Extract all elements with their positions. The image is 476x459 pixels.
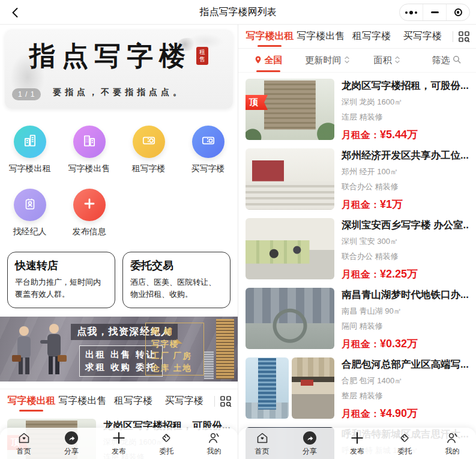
category-office-sale[interactable]: 写字楼出售 (59, 120, 119, 183)
listing-photo-building-entrance (292, 357, 335, 419)
tab-office-rent[interactable]: 写字楼出租 (6, 389, 57, 413)
agent-badge-icon (22, 196, 38, 214)
category-find-agent[interactable]: 找经纪人 (0, 183, 59, 246)
category-rent-office[interactable]: 租写字楼 (119, 120, 178, 183)
listing-title: 郑州经济开发区共享办工位... (342, 149, 469, 162)
user-icon (206, 431, 221, 445)
top-badge: 顶 (246, 95, 268, 110)
listing-card[interactable]: 南昌青山湖梦时代地铁口办... 南昌 青山湖 90㎡ 隔间 精装修 月租金：¥0… (246, 288, 469, 351)
sort-chevrons-icon (394, 55, 400, 66)
tab-office-sale[interactable]: 写字楼出售 (57, 389, 108, 413)
agent-ad-banner[interactable]: 点我，找资深经纪人 出租 出售 转让 求租 收购 委托 商 铺 写字楼 工厂 厂… (0, 317, 238, 381)
filter-sort-updated[interactable]: 更新时间 (298, 49, 357, 72)
promo-row: 快速转店 平台助力推广，短时间内覆盖有效人群。 委托交易 酒店、医美、医院转让、… (0, 247, 238, 311)
filter-area[interactable]: 面积 (357, 49, 417, 72)
nav-item-publish[interactable]: 发布 (95, 431, 142, 457)
grid-category-icon[interactable] (220, 395, 232, 407)
right-listing-list: 顶 龙岗区写字楼招租，可股份... 深圳 龙岗 1600㎡ 连层 精装修 月租金… (238, 73, 476, 459)
nav-item-share[interactable]: 分享 (286, 431, 333, 457)
listing-price: 月租金：¥1万 (342, 197, 469, 211)
listing-photo-city-towers (246, 288, 334, 349)
close-target-icon[interactable] (446, 4, 469, 20)
bottom-nav: 首页 分享 发布 委托 (0, 428, 238, 459)
listing-price: 月租金：¥4.90万 (342, 406, 469, 421)
listing-card[interactable]: 顶 龙岗区写字楼招租，可股份... 深圳 龙岗 1600㎡ 连层 精装修 月租金… (246, 79, 469, 142)
listing-photo-pair (246, 357, 334, 419)
plus-icon (82, 196, 97, 214)
listing-photo-glass-tower (246, 357, 289, 419)
grey-building-graphic (204, 351, 214, 379)
listing-location: 郑州 经开 100㎡ (342, 166, 469, 177)
rent-sale-seal: 租售 (196, 47, 208, 65)
listing-card[interactable]: 深圳宝安西乡写字楼 办公室... 深圳 宝安 300㎡ 联合办公 精装修 月租金… (246, 218, 469, 281)
nav-item-publish[interactable]: 发布 (333, 431, 381, 457)
promo-quick-transfer[interactable]: 快速转店 平台助力推广，短时间内覆盖有效人群。 (7, 252, 115, 308)
listing-title: 合肥包河总部产业区高端写... (342, 358, 469, 371)
ad-property-types-box: 商 铺 写字楼 工厂 厂房 仓库 土地 (145, 323, 204, 375)
listing-tabs: 写字楼出租 写字楼出售 租写字楼 买写字楼 (0, 389, 238, 413)
magnifier-icon (453, 55, 461, 65)
tab-office-sale[interactable]: 写字楼出售 (295, 25, 346, 48)
tab-buy-office[interactable]: 买写字楼 (397, 25, 448, 48)
listing-title: 龙岗区写字楼招租，可股份... (342, 79, 469, 93)
nav-item-home[interactable]: 首页 (238, 431, 286, 457)
tab-office-rent[interactable]: 写字楼出租 (244, 25, 295, 48)
more-dots-icon[interactable] (400, 4, 423, 20)
listing-tabs: 写字楼出租 写字楼出售 租写字楼 买写字楼 (238, 25, 476, 49)
listing-card[interactable]: 郑州经济开发区共享办工位... 郑州 经开 100㎡ 联合办公 精装修 月租金：… (246, 148, 469, 211)
businessmen-illustration (6, 320, 72, 380)
filter-advanced[interactable]: 筛选 (417, 49, 476, 72)
category-buy-office[interactable]: 买写字楼 (178, 120, 238, 183)
publish-plus-icon (111, 431, 127, 445)
nav-item-mine[interactable]: 我的 (429, 431, 476, 457)
nav-item-mine[interactable]: 我的 (190, 431, 238, 457)
listing-location: 南昌 青山湖 90㎡ (342, 306, 469, 317)
handshake-icon (397, 431, 412, 445)
nav-item-share[interactable]: 分享 (47, 431, 95, 457)
listing-photo-cubicle-office (246, 218, 334, 279)
listing-price: 月租金：¥2.25万 (342, 267, 469, 281)
tab-rent-office[interactable]: 租写字楼 (108, 389, 159, 413)
listing-features: 整层 精装修 (342, 391, 469, 401)
listing-features: 连层 精装修 (342, 112, 469, 123)
listing-price: 月租金：¥5.44万 (342, 127, 469, 142)
right-panel: 写字楼出租 写字楼出售 租写字楼 买写字楼 全国 更新时间 (238, 25, 476, 459)
nav-item-home[interactable]: 首页 (0, 431, 47, 457)
listing-card[interactable]: 合肥包河总部产业区高端写... 合肥 包河 1400㎡ 整层 精装修 月租金：¥… (246, 357, 469, 421)
grid-category-icon[interactable] (458, 31, 470, 43)
hero-banner[interactable]: 指点写字楼 租售 要指点，不要指指点点。 1 / 1 (5, 29, 233, 109)
share-icon (303, 431, 317, 445)
tab-buy-office[interactable]: 买写字楼 (158, 389, 209, 413)
category-office-rent[interactable]: 写字楼出租 (0, 120, 59, 183)
left-panel: 指点写字楼 租售 要指点，不要指指点点。 1 / 1 写字楼出租 写字楼出售 (0, 25, 238, 459)
sort-chevrons-icon (344, 55, 350, 66)
window-titlebar: 指点写字楼网列表 (0, 0, 476, 25)
listing-features: 联合办公 精装修 (342, 181, 469, 192)
building-rent-icon (22, 133, 38, 151)
listing-features: 隔间 精装修 (342, 321, 469, 332)
location-pin-icon (254, 55, 262, 66)
minimize-icon[interactable] (423, 4, 446, 20)
listing-features: 联合办公 精装修 (342, 251, 469, 262)
promo-entrust-trade[interactable]: 委托交易 酒店、医美、医院转让、物业招租、收购。 (122, 252, 230, 308)
home-icon (17, 431, 31, 445)
nav-item-entrust[interactable]: 委托 (381, 431, 429, 457)
ticket-rent-icon (141, 133, 157, 151)
listing-photo-open-office (246, 148, 334, 210)
listing-location: 深圳 宝安 300㎡ (342, 236, 469, 247)
listing-title: 深圳宝安西乡写字楼 办公室... (342, 219, 469, 232)
category-publish-info[interactable]: 发布信息 (59, 183, 119, 246)
share-icon (64, 431, 79, 445)
tab-divider (453, 31, 453, 42)
category-grid: 写字楼出租 写字楼出售 租写字楼 买写字楼 (0, 114, 238, 247)
filter-location[interactable]: 全国 (238, 49, 298, 72)
listing-photo-office-tower: 顶 (246, 79, 334, 140)
listing-title: 南昌青山湖梦时代地铁口办... (342, 288, 469, 302)
brand-calligraphy: 指点写字楼 (29, 43, 191, 69)
bottom-nav: 首页 分享 发布 委托 (238, 428, 476, 459)
wechat-capsule (399, 4, 470, 21)
building-sale-icon (82, 133, 97, 151)
nav-item-entrust[interactable]: 委托 (143, 431, 190, 457)
filter-bar: 全国 更新时间 面积 筛选 (238, 49, 476, 73)
tab-rent-office[interactable]: 租写字楼 (346, 25, 397, 48)
